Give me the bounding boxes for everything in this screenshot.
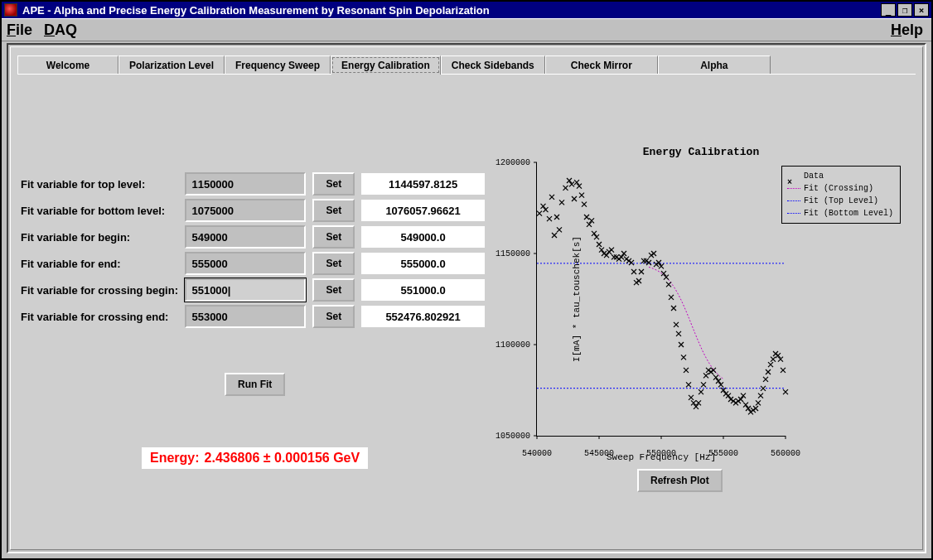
legend-label-crossing: Fit (Crossing) xyxy=(804,182,873,195)
fit-label: Fit variable for crossing end: xyxy=(21,311,185,323)
menu-daq[interactable]: DAQ xyxy=(44,22,77,39)
maximize-button[interactable]: ❐ xyxy=(897,3,912,17)
set-button[interactable]: Set xyxy=(312,305,355,328)
xtick-label: 555000 xyxy=(708,449,738,458)
fit-row: Fit variable for crossing end:Set552476.… xyxy=(21,303,485,330)
titlebar: APE - Alpha and Precise Energy Calibrati… xyxy=(2,2,931,18)
energy-value: 2.436806 ± 0.000156 GeV xyxy=(205,451,360,466)
fit-input[interactable] xyxy=(185,278,306,302)
fit-label: Fit variable for crossing begin: xyxy=(21,284,185,297)
refresh-plot-button[interactable]: Refresh Plot xyxy=(637,469,723,492)
tab-page-energy-calibration: Fit variable for top level:Set1144597.81… xyxy=(17,74,916,543)
tab-alpha[interactable]: Alpha xyxy=(658,56,771,75)
fit-row: Fit variable for crossing begin:Set55100… xyxy=(21,277,485,303)
menu-help[interactable]: Help xyxy=(891,22,923,39)
xtick-label: 560000 xyxy=(771,449,800,458)
tab-bar: Welcome Polarization Level Frequency Swe… xyxy=(17,56,771,75)
xtick-label: 540000 xyxy=(522,449,552,458)
tab-polarization-level[interactable]: Polarization Level xyxy=(118,56,225,75)
fit-result: 552476.802921 xyxy=(361,306,485,327)
tab-check-sidebands[interactable]: Check Sidebands xyxy=(441,56,545,75)
energy-label: Energy: xyxy=(150,451,200,466)
ytick-label: 1200000 xyxy=(496,158,530,167)
ytick-label: 1050000 xyxy=(496,432,530,441)
plot-yticks: 1050000110000011500001200000 xyxy=(491,162,534,436)
menubar: File DAQ Help xyxy=(2,18,931,41)
legend-label-top: Fit (Top Level) xyxy=(804,195,878,207)
plot-canvas: I[mA] * tau_touschek[s] Sweep Frequency … xyxy=(536,162,786,437)
fit-result: 551000.0 xyxy=(361,279,485,301)
xtick-label: 545000 xyxy=(584,449,614,458)
fit-input[interactable] xyxy=(185,172,306,196)
ytick-label: 1100000 xyxy=(496,340,530,350)
set-button[interactable]: Set xyxy=(312,172,355,196)
client-area: Welcome Polarization Level Frequency Swe… xyxy=(7,43,926,553)
fit-input[interactable] xyxy=(185,225,306,249)
window-title: APE - Alpha and Precise Energy Calibrati… xyxy=(22,4,490,17)
fit-label: Fit variable for end: xyxy=(21,258,185,270)
plot-ylabel: I[mA] * tau_touschek[s] xyxy=(572,236,582,362)
fit-result: 1144597.8125 xyxy=(361,173,485,195)
fit-label: Fit variable for bottom level: xyxy=(21,205,185,217)
xtick-label: 550000 xyxy=(646,449,676,458)
menu-file[interactable]: File xyxy=(7,22,32,39)
set-button[interactable]: Set xyxy=(312,199,355,222)
legend-marker-bottom xyxy=(787,213,800,214)
fit-label: Fit variable for top level: xyxy=(21,178,185,191)
run-fit-button[interactable]: Run Fit xyxy=(225,373,285,396)
tab-energy-calibration[interactable]: Energy Calibration xyxy=(331,56,441,75)
legend-label-bottom: Fit (Bottom Level) xyxy=(804,207,893,220)
fit-input[interactable] xyxy=(185,199,306,222)
set-button[interactable]: Set xyxy=(312,252,355,275)
fit-result: 549000.0 xyxy=(361,226,485,248)
ytick-label: 1150000 xyxy=(496,249,530,258)
fit-input[interactable] xyxy=(185,305,306,328)
close-button[interactable]: × xyxy=(914,3,929,17)
fit-row: Fit variable for top level:Set1144597.81… xyxy=(21,171,485,197)
plot-panel: Energy Calibration xyxy=(498,146,904,485)
fit-variable-form: Fit variable for top level:Set1144597.81… xyxy=(21,171,485,330)
set-button[interactable]: Set xyxy=(312,225,355,249)
plot-legend: ×Data Fit (Crossing) Fit (Top Level) Fit… xyxy=(781,166,901,224)
fit-row: Fit variable for end:Set555000.0 xyxy=(21,250,485,277)
app-icon xyxy=(4,3,17,17)
tab-frequency-sweep[interactable]: Frequency Sweep xyxy=(225,56,331,75)
legend-marker-top xyxy=(787,200,800,201)
fit-input[interactable] xyxy=(185,252,306,275)
fit-row: Fit variable for bottom level:Set1076057… xyxy=(21,197,485,224)
tab-welcome[interactable]: Welcome xyxy=(17,56,118,75)
fit-label: Fit variable for begin: xyxy=(21,231,185,244)
plot-title: Energy Calibration xyxy=(498,146,904,158)
minimize-button[interactable]: _ xyxy=(881,3,896,17)
fit-result: 555000.0 xyxy=(361,253,485,274)
fit-row: Fit variable for begin:Set549000.0 xyxy=(21,224,485,250)
legend-marker-crossing xyxy=(787,188,800,189)
app-window: APE - Alpha and Precise Energy Calibrati… xyxy=(0,0,933,560)
fit-result: 1076057.96621 xyxy=(361,200,485,221)
energy-result: Energy: 2.436806 ± 0.000156 GeV xyxy=(142,447,368,469)
set-button[interactable]: Set xyxy=(312,278,355,302)
legend-label-data: Data xyxy=(804,170,824,182)
tab-check-mirror[interactable]: Check Mirror xyxy=(545,56,658,75)
